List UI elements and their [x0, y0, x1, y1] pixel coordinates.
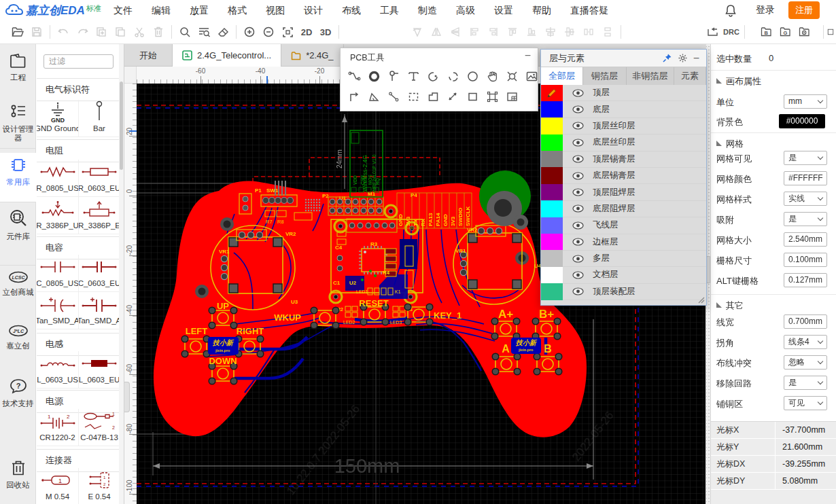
- layer-visibility-eye-icon[interactable]: [572, 188, 584, 196]
- spacing-tool-icon[interactable]: [443, 88, 463, 105]
- tab-schematic[interactable]: 2.4G_Telecontrol...: [173, 44, 281, 67]
- library-scrollbar[interactable]: [119, 44, 124, 504]
- layer-row[interactable]: 多层: [541, 251, 706, 267]
- pcb-tools-minimize[interactable]: −: [525, 50, 531, 62]
- pin-tool-icon[interactable]: [384, 67, 404, 85]
- library-item-r3386pu[interactable]: R_3386P_U: [37, 197, 78, 234]
- pin-panel-icon[interactable]: [662, 53, 672, 63]
- measure-tool-icon[interactable]: [384, 88, 404, 105]
- redo-icon[interactable]: [73, 24, 92, 40]
- open-file-icon[interactable]: [8, 24, 27, 40]
- sidebar-item-jlc[interactable]: J*LC 嘉立创: [0, 325, 36, 350]
- library-item-l0603eu[interactable]: L_0603_EU: [78, 351, 120, 389]
- grid-color-input[interactable]: #FFFFFF: [784, 171, 827, 185]
- layer-color-swatch[interactable]: [541, 184, 563, 200]
- grid-style-select[interactable]: 实线: [784, 192, 827, 206]
- menu-format[interactable]: 格式: [218, 0, 256, 20]
- layer-color-swatch[interactable]: [541, 267, 563, 283]
- layer-visibility-eye-icon[interactable]: [572, 271, 584, 279]
- layer-color-swatch[interactable]: [541, 200, 563, 217]
- section-other[interactable]: 其它: [711, 294, 836, 313]
- section-grid[interactable]: 网格: [711, 132, 836, 151]
- align-center-v-icon[interactable]: [560, 24, 579, 40]
- layer-row[interactable]: 顶层: [541, 85, 706, 101]
- raster-size-input[interactable]: 0.100mm: [784, 253, 827, 267]
- coord-export-icon[interactable]: [795, 24, 814, 40]
- menu-edit[interactable]: 编辑: [142, 0, 180, 20]
- library-item-tantalum-a2[interactable]: Tan_SMD_A: [78, 292, 120, 329]
- image-tool-icon[interactable]: [522, 67, 542, 85]
- menu-help[interactable]: 帮助: [523, 0, 561, 20]
- alt-grid-input[interactable]: 0.127mm: [784, 273, 827, 287]
- group-tool-icon[interactable]: [483, 88, 502, 105]
- menu-fabrication[interactable]: 制造: [408, 0, 447, 20]
- zoom-fit-icon[interactable]: [278, 24, 297, 40]
- layer-row[interactable]: 顶层阻焊层: [541, 184, 706, 200]
- view-3d-icon[interactable]: 3D: [316, 24, 335, 40]
- via-tool-icon[interactable]: [502, 67, 522, 85]
- layer-row[interactable]: 底层丝印层: [541, 134, 706, 151]
- sidebar-item-lcsc-mall[interactable]: LCSC 立创商城: [0, 271, 36, 297]
- partial-edge-icon[interactable]: [827, 24, 834, 40]
- unit-select[interactable]: mm: [784, 94, 827, 109]
- library-item-r3386pe[interactable]: R_3386P_E: [78, 197, 120, 234]
- view-2d-icon[interactable]: 2D: [297, 24, 316, 40]
- zoom-in-icon[interactable]: [240, 24, 259, 40]
- copy-new-icon[interactable]: [92, 24, 111, 40]
- library-item-conn1[interactable]: 1 M 0.54: [37, 468, 78, 504]
- snap-select[interactable]: 是: [784, 212, 827, 226]
- line-width-input[interactable]: 0.700mm: [784, 314, 827, 329]
- layers-minimize[interactable]: −: [693, 52, 699, 65]
- library-item-gnd[interactable]: GND GND Ground: [37, 100, 78, 137]
- menu-design[interactable]: 设计: [294, 0, 332, 20]
- angle-tool-icon[interactable]: [364, 88, 384, 105]
- track-tool-icon[interactable]: [345, 67, 364, 85]
- bg-color-value[interactable]: #000000: [779, 114, 825, 128]
- pad-tool-icon[interactable]: [364, 67, 384, 85]
- zoom-out-icon[interactable]: [259, 24, 278, 40]
- layer-color-swatch[interactable]: [541, 250, 563, 266]
- menu-advanced[interactable]: 高级: [447, 0, 485, 20]
- layers-tab-copper[interactable]: 铜箔层: [583, 67, 627, 85]
- panelize-tool-icon[interactable]: [502, 88, 522, 105]
- align-left-icon[interactable]: [465, 24, 484, 40]
- layer-visibility-eye-icon[interactable]: [572, 139, 584, 147]
- layer-row[interactable]: 底层: [541, 101, 706, 118]
- sidebar-item-tech-support[interactable]: ? 技术支持: [0, 378, 36, 408]
- conflict-select[interactable]: 忽略: [784, 355, 827, 370]
- drc-check-icon[interactable]: DRC: [722, 24, 741, 40]
- library-item-c0805us[interactable]: C_0805_US: [37, 255, 78, 292]
- sidebar-item-component-library[interactable]: 元件库: [0, 209, 36, 241]
- library-item-power-probe[interactable]: 12 C-047B-13: [78, 409, 120, 446]
- search-icon[interactable]: [175, 24, 194, 40]
- save-icon[interactable]: [27, 24, 46, 40]
- layer-color-swatch[interactable]: [541, 85, 563, 101]
- text-tool-icon[interactable]: [404, 67, 423, 85]
- align-top-icon[interactable]: [503, 24, 522, 40]
- menu-file[interactable]: 文件: [104, 0, 142, 20]
- layer-color-swatch[interactable]: [541, 234, 563, 250]
- menu-view[interactable]: 视图: [256, 0, 294, 20]
- layer-visibility-eye-icon[interactable]: [572, 255, 584, 263]
- layer-color-swatch[interactable]: [541, 151, 563, 167]
- menu-route[interactable]: 布线: [332, 0, 370, 20]
- layer-color-swatch[interactable]: [541, 167, 563, 183]
- layer-visibility-eye-icon[interactable]: [572, 172, 584, 180]
- layer-row[interactable]: 边框层: [541, 234, 706, 251]
- search-similar-icon[interactable]: [194, 24, 213, 40]
- library-item-c0603eu[interactable]: C_0603_EU: [78, 255, 120, 292]
- paste-icon[interactable]: [111, 24, 130, 40]
- layer-visibility-eye-icon[interactable]: [572, 105, 584, 113]
- login-link[interactable]: 登录: [756, 4, 775, 16]
- layers-tab-all[interactable]: 全部层: [541, 67, 583, 85]
- register-button[interactable]: 注册: [788, 1, 820, 19]
- library-item-tantalum-a[interactable]: Tan_SMD_A: [37, 292, 78, 329]
- library-section-electrical[interactable]: 电气标识符: [37, 78, 120, 101]
- menu-settings[interactable]: 设置: [485, 0, 523, 20]
- layer-visibility-eye-icon[interactable]: [572, 89, 584, 97]
- corner-tool-icon[interactable]: [345, 88, 364, 105]
- layer-visibility-eye-icon[interactable]: [572, 221, 584, 230]
- layers-settings-gear-icon[interactable]: [678, 53, 688, 63]
- layer-color-swatch[interactable]: [541, 217, 563, 234]
- corner-select[interactable]: 线条4: [784, 335, 827, 349]
